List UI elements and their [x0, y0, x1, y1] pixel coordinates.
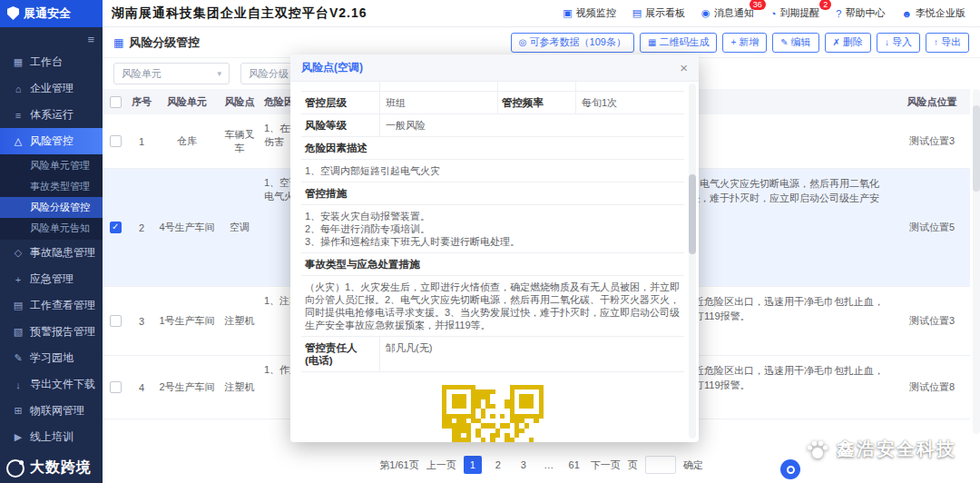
col-header-unit: 风险单元 — [155, 89, 219, 114]
close-icon[interactable]: × — [680, 61, 688, 74]
sidebar-item-label: 事故隐患管理 — [30, 245, 95, 261]
prev-page-button[interactable]: 上一页 — [426, 458, 456, 472]
workbench-icon: ▦ — [13, 56, 24, 68]
sidebar-item-risk-control[interactable]: △ 风险管控 — [0, 128, 103, 154]
diamond-icon: ◇ — [13, 247, 24, 259]
building-icon: ⌂ — [13, 84, 24, 94]
sidebar-item-iot[interactable]: ⊞ 物联网管理 — [0, 398, 103, 424]
checkbox-icon — [110, 135, 122, 147]
control-freq-label: 管控频率 — [497, 92, 575, 113]
sidebar-collapse-icon[interactable]: ≡ — [87, 33, 94, 46]
main-scrollbar[interactable] — [973, 89, 980, 434]
modal-row-level-freq: 管控层级 班组 管控频率 每旬1次 — [301, 92, 684, 114]
nav-messages[interactable]: ◉ 消息通知 36 — [701, 6, 754, 20]
cell-location: 测试位置3 — [894, 287, 970, 355]
edit-button[interactable]: ✎ 编辑 — [772, 33, 818, 53]
qr-generate-button[interactable]: ▦ 二维码生成 — [640, 33, 717, 53]
page-number[interactable]: 61 — [565, 456, 583, 474]
nav-label: 到期提醒 — [779, 6, 819, 20]
nav-help-center[interactable]: ? 帮助中心 — [836, 6, 885, 20]
sidebar-item-label: 体系运行 — [30, 107, 74, 123]
sidebar-subitem-risk-unit-mgmt[interactable]: 风险单元管理 — [0, 155, 103, 176]
nav-label: 消息通知 — [714, 6, 754, 20]
sidebar-subitem-risk-unit-notice[interactable]: 风险单元告知 — [0, 218, 103, 239]
header-checkbox[interactable] — [103, 89, 128, 114]
cell-unit: 2号生产车间 — [155, 356, 219, 419]
sidebar-item-hidden-danger[interactable]: ◇ 事故隐患管理 — [0, 240, 103, 266]
reference-icon: ◎ — [519, 37, 527, 47]
add-button[interactable]: + 新增 — [722, 33, 767, 53]
sidebar-item-label: 导出文件下载 — [30, 377, 95, 392]
sidebar-item-emergency[interactable]: + 应急管理 — [0, 266, 103, 292]
app-title: 湖南展通科技集团企业自主双控平台V2.16 — [112, 5, 368, 22]
chevron-down-icon: ▾ — [217, 69, 221, 78]
delete-button[interactable]: ✗ 删除 — [825, 33, 871, 53]
report-icon: ▧ — [13, 326, 24, 338]
nav-video-monitor[interactable]: ▣ 视频监控 — [563, 6, 615, 20]
risk-unit-select[interactable]: 风险单元 ▾ — [113, 63, 230, 84]
nav-user-account[interactable]: ☻ 李悦企业版 — [901, 6, 965, 20]
export-button[interactable]: ↑ 导出 — [926, 33, 969, 53]
service-float-button[interactable] — [780, 459, 800, 479]
user-icon: ☻ — [901, 8, 912, 19]
cell-no: 4 — [128, 356, 155, 419]
sidebar-item-label: 学习园地 — [30, 350, 74, 366]
modal-row-clipped — [301, 82, 684, 92]
modal-scrollbar[interactable] — [689, 84, 696, 439]
row-checkbox-2[interactable] — [103, 169, 128, 286]
sidebar-item-study[interactable]: ✎ 学习园地 — [0, 345, 103, 371]
import-button[interactable]: ↓ 导入 — [877, 33, 920, 53]
modal-row-emergency-label: 事故类型与应急处置措施 — [301, 253, 684, 276]
download-icon: ↓ — [13, 380, 24, 390]
page-number[interactable]: 2 — [489, 456, 507, 474]
sidebar-item-label: 工作查看管理 — [30, 298, 95, 313]
sidebar-subitem-accident-type-mgmt[interactable]: 事故类型管理 — [0, 176, 103, 197]
cell-no: 1 — [128, 114, 155, 168]
page-ellipsis: … — [540, 456, 558, 474]
main-scrollbar-thumb[interactable] — [973, 105, 980, 192]
sidebar-subitem-risk-grading-control[interactable]: 风险分级管控 — [0, 197, 103, 218]
qr-code-container — [301, 372, 684, 442]
logo-text: 展通安全 — [24, 5, 71, 22]
page-jump-input[interactable] — [645, 456, 676, 474]
sidebar-item-online-training[interactable]: ▶ 线上培训 — [0, 424, 103, 450]
row-checkbox-1[interactable] — [103, 114, 128, 168]
nav-expiry-reminder[interactable]: ◔ 到期提醒 2 — [770, 6, 820, 20]
reference-data-button[interactable]: ◎ 可参考数据（109条） — [511, 33, 634, 53]
sidebar-item-warning-report[interactable]: ▧ 预警报告管理 — [0, 319, 103, 345]
sidebar-item-system-run[interactable]: ≡ 体系运行 — [0, 102, 103, 128]
board-icon: ▤ — [632, 7, 642, 19]
play-icon: ▶ — [13, 431, 24, 443]
sidebar-item-label: 企业管理 — [30, 81, 74, 96]
nav-dashboard-board[interactable]: ▤ 展示看板 — [632, 6, 685, 20]
pencil-icon: ✎ — [13, 352, 24, 364]
cell-point: 注塑机 — [219, 287, 260, 355]
toolbar: ◎ 可参考数据（109条） ▦ 二维码生成 + 新增 ✎ 编辑 ✗ 删除 ↓ 导… — [511, 33, 969, 53]
page-number[interactable]: 3 — [514, 456, 533, 474]
page-number[interactable]: 1 — [464, 456, 482, 474]
sidebar-item-work-view[interactable]: ▤ 工作查看管理 — [0, 292, 103, 319]
compass-logo-icon — [6, 459, 24, 478]
cell-location: 测试位置5 — [894, 169, 970, 286]
pagination: 第1/61页 上一页 1 2 3 … 61 下一页 页 确定 — [103, 456, 980, 474]
next-page-button[interactable]: 下一页 — [591, 458, 621, 472]
sidebar-item-export-download[interactable]: ↓ 导出文件下载 — [0, 371, 103, 398]
modal-row-factor: 1、空调内部短路引起电气火灾 — [301, 160, 684, 182]
sidebar-item-workbench[interactable]: ▦ 工作台 — [0, 49, 103, 75]
jump-confirm-button[interactable]: 确定 — [683, 458, 703, 472]
modal-row-emergency: （火灾）1、火灾发生后，立即进行火情侦查，确定燃烧物质及有无人员被困，并立即向分… — [301, 276, 684, 337]
page-title-text: 风险分级管控 — [129, 34, 200, 51]
cell-unit: 1号生产车间 — [155, 287, 219, 355]
page-header: ▦ 风险分级管控 ◎ 可参考数据（109条） ▦ 二维码生成 + 新增 ✎ 编辑… — [103, 27, 980, 58]
sidebar-item-company[interactable]: ⌂ 企业管理 — [0, 75, 103, 102]
delete-icon: ✗ — [833, 37, 840, 47]
row-checkbox-4[interactable] — [103, 356, 128, 419]
control-freq-value: 每旬1次 — [575, 92, 684, 113]
system-icon: ≡ — [13, 110, 24, 121]
row-checkbox-3[interactable] — [103, 287, 128, 355]
cell-point: 空调 — [219, 169, 260, 286]
cell-location: 测试位置8 — [894, 356, 970, 419]
import-icon: ↓ — [885, 37, 889, 47]
user-name: 李悦企业版 — [916, 6, 965, 20]
modal-scrollbar-thumb[interactable] — [689, 174, 696, 254]
